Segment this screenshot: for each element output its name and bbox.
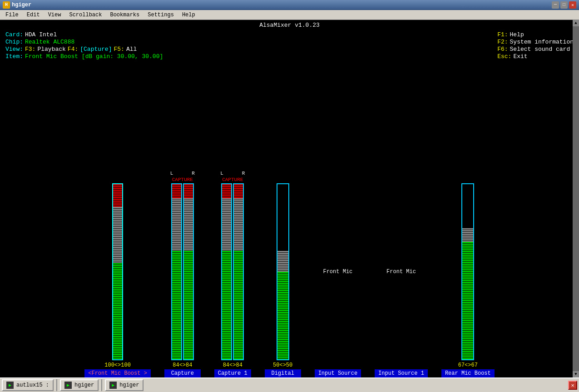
mixer-area: 100<>100 <Front Mic Boost > L R CAPTURE (0, 62, 579, 377)
menu-view[interactable]: View (45, 11, 65, 19)
fader-capture-1 (221, 183, 244, 360)
menu-settings[interactable]: Settings (144, 11, 178, 19)
close-button[interactable]: ✕ (569, 1, 576, 9)
desc-sysinfo: System information (510, 39, 574, 45)
menu-edit[interactable]: Edit (23, 11, 44, 19)
item-line: Item: Front Mic Boost [dB gain: 30.00, 3… (5, 53, 163, 60)
shortcut-f2: F2: System information (497, 39, 574, 45)
fader-capture1-left[interactable] (221, 183, 232, 360)
channel-name-front-mic-boost[interactable]: <Front Mic Boost > (84, 369, 151, 377)
taskbar-icon-hgiger2: ▶ (109, 382, 117, 389)
taskbar-label-hgiger2: hgiger (119, 382, 139, 388)
right-scrollbar[interactable]: ▲ ▼ (573, 20, 579, 377)
key-f2: F2: (497, 39, 508, 45)
fader-capture-left[interactable] (171, 183, 182, 360)
title-bar: H hgiger ─ □ ✕ (0, 0, 579, 10)
menu-bar: File Edit View Scrollback Bookmarks Sett… (0, 10, 579, 20)
taskbar-btn-autlux[interactable]: ▶ autlux15 : (2, 379, 54, 391)
card-label: Card: (5, 31, 23, 38)
view-all: All (126, 46, 137, 53)
info-left: Card: HDA Intel Chip: Realtek ALC888 Vie… (5, 31, 163, 60)
maximize-button[interactable]: □ (560, 1, 568, 9)
taskbar-btn-hgiger1[interactable]: ▶ hgiger (60, 379, 99, 391)
input-source1-spacer: Front Mic (386, 183, 416, 360)
channel-capture[interactable]: L R CAPTURE 84<>84 Capture (164, 171, 201, 377)
capture-badge: CAPTURE (172, 177, 193, 182)
chip-value: Realtek ALC888 (25, 39, 74, 45)
input-source-spacer: Front Mic (323, 183, 352, 360)
view-f5: F5: (114, 46, 124, 53)
scroll-up[interactable]: ▲ (573, 20, 579, 26)
view-f4: F4: (68, 46, 78, 53)
taskbar-btn-hgiger2[interactable]: ▶ hgiger (105, 379, 144, 391)
taskbar: ▶ autlux15 : ▶ hgiger ▶ hgiger ✕ (0, 377, 579, 392)
fader-rear-mic-boost[interactable] (461, 183, 474, 360)
shortcut-esc: Esc: Exit (497, 53, 574, 60)
view-label: View: (5, 46, 23, 53)
fader-capture1-right[interactable] (233, 183, 244, 360)
channel-value-front-mic-boost: 100<>100 (104, 362, 131, 368)
app-icon: H (3, 1, 10, 9)
info-panel: Card: HDA Intel Chip: Realtek ALC888 Vie… (0, 29, 579, 62)
channel-rear-mic-boost[interactable]: 67<>67 Rear Mic Boost (441, 183, 495, 377)
channel-value-digital: 50<>50 (273, 362, 292, 368)
chip-line: Chip: Realtek ALC888 (5, 39, 163, 45)
channel-digital[interactable]: 50<>50 Digital (265, 183, 301, 377)
fader-capture (171, 183, 194, 360)
channel-name-capture[interactable]: Capture (164, 369, 201, 377)
desc-select-card: Select sound card (510, 46, 570, 53)
taskbar-label-autlux: autlux15 : (16, 382, 49, 388)
channel-name-digital[interactable]: Digital (265, 369, 301, 377)
taskbar-icon-autlux: ▶ (6, 382, 14, 389)
title-bar-left: H hgiger (3, 1, 31, 9)
view-line: View: F3: Playback F4: [Capture] F5: All (5, 46, 163, 53)
channel-front-mic-boost[interactable]: 100<>100 <Front Mic Boost > (84, 183, 151, 377)
key-esc: Esc: (497, 53, 511, 60)
info-right: F1: Help F2: System information F6: Sele… (497, 31, 574, 60)
fader-digital[interactable] (277, 183, 289, 360)
item-value: Front Mic Boost [dB gain: 30.00, 30.00] (25, 53, 163, 60)
item-label: Item: (5, 53, 23, 60)
taskbar-separator-2 (101, 379, 102, 391)
view-capture: [Capture] (80, 46, 112, 53)
title-bar-title: hgiger (12, 2, 31, 8)
scroll-down[interactable]: ▼ (573, 371, 579, 377)
channel-value-input-source1 (400, 362, 403, 368)
channel-value-rear-mic-boost: 67<>67 (458, 362, 478, 368)
channel-input-source-1[interactable]: Front Mic Input Source 1 (375, 183, 428, 377)
capture-lr-label: L R (169, 171, 196, 176)
channel-name-capture1[interactable]: Capture 1 (214, 369, 251, 377)
fader-front-mic-boost (112, 183, 123, 360)
channel-name-input-source[interactable]: Input Source (315, 369, 361, 377)
menu-file[interactable]: File (2, 11, 22, 19)
scroll-thumb[interactable] (573, 26, 579, 371)
view-playback: Playback (37, 46, 65, 53)
view-f3: F3: (25, 46, 35, 53)
chip-label: Chip: (5, 39, 23, 45)
input-source1-extra: Front Mic (386, 269, 416, 275)
channel-name-input-source1[interactable]: Input Source 1 (375, 369, 428, 377)
fader-capture-right[interactable] (183, 183, 194, 360)
menu-bookmarks[interactable]: Bookmarks (106, 11, 143, 19)
channel-name-rear-mic-boost[interactable]: Rear Mic Boost (441, 369, 495, 377)
app-title: AlsaMixer v1.0.23 (0, 20, 579, 29)
taskbar-separator-1 (56, 379, 57, 391)
desc-help: Help (510, 31, 524, 38)
channel-capture-1[interactable]: L R CAPTURE 84<>84 Capture 1 (214, 171, 251, 377)
desc-exit: Exit (513, 53, 527, 60)
menu-help[interactable]: Help (178, 11, 199, 19)
card-value: HDA Intel (25, 31, 57, 38)
main-area: AlsaMixer v1.0.23 Card: HDA Intel Chip: … (0, 20, 579, 377)
channel-input-source[interactable]: Front Mic Input Source (315, 183, 361, 377)
menu-scrollback[interactable]: Scrollback (65, 11, 105, 19)
channel-value-input-source (336, 362, 339, 368)
channel-value-capture: 84<>84 (173, 362, 192, 368)
key-f6: F6: (497, 46, 508, 53)
taskbar-close-btn[interactable]: ✕ (568, 381, 577, 390)
taskbar-close-icon: ✕ (571, 382, 574, 389)
fader-left[interactable] (112, 183, 123, 360)
minimize-button[interactable]: ─ (552, 1, 559, 9)
card-line: Card: HDA Intel (5, 31, 163, 38)
shortcut-f6: F6: Select sound card (497, 46, 574, 53)
key-f1: F1: (497, 31, 508, 38)
